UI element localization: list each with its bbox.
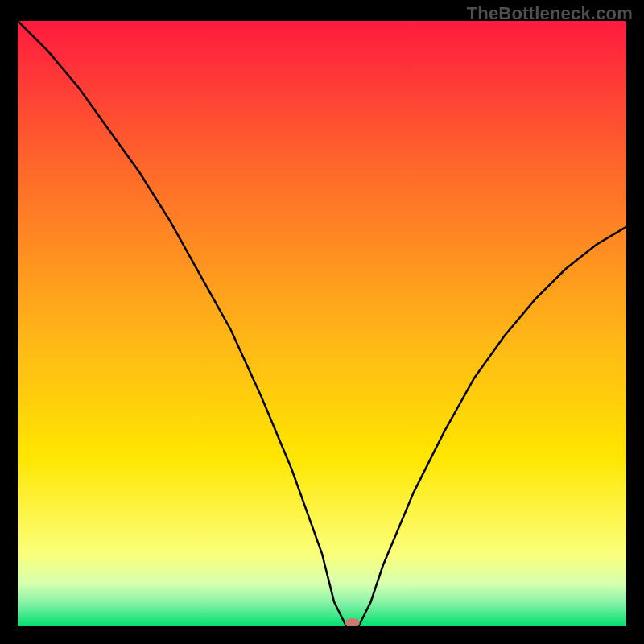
plot-frame [18, 21, 626, 626]
watermark-text: TheBottleneck.com [467, 3, 633, 24]
figure-area: TheBottleneck.com [0, 0, 644, 644]
chart-svg [18, 21, 626, 626]
gradient-background [18, 21, 626, 626]
